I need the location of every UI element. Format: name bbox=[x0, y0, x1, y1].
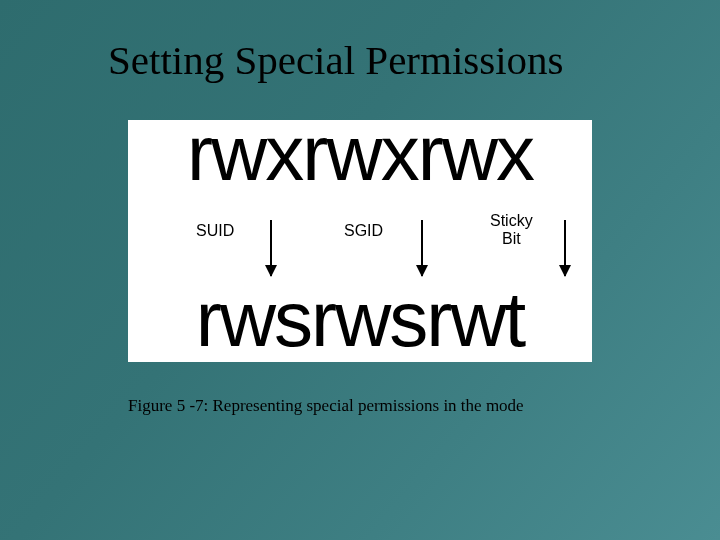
permissions-figure: rwxrwxrwx SUID SGID Sticky Bit rwsrwsrwt bbox=[128, 120, 592, 362]
slide: Setting Special Permissions rwxrwxrwx SU… bbox=[0, 0, 720, 540]
group-before: rwx bbox=[302, 114, 417, 192]
other-before: rwx bbox=[418, 114, 533, 192]
arrow-suid bbox=[270, 220, 272, 276]
other-after: rwt bbox=[426, 280, 524, 358]
arrow-sticky bbox=[564, 220, 566, 276]
owner-after: rws bbox=[196, 280, 311, 358]
page-title: Setting Special Permissions bbox=[108, 36, 564, 84]
arrow-sgid bbox=[421, 220, 423, 276]
figure-caption: Figure 5 -7: Representing special permis… bbox=[128, 396, 524, 416]
group-after: rws bbox=[311, 280, 426, 358]
permissions-before: rwxrwxrwx bbox=[128, 114, 592, 192]
permissions-after: rwsrwsrwt bbox=[128, 280, 592, 358]
owner-before: rwx bbox=[187, 114, 302, 192]
